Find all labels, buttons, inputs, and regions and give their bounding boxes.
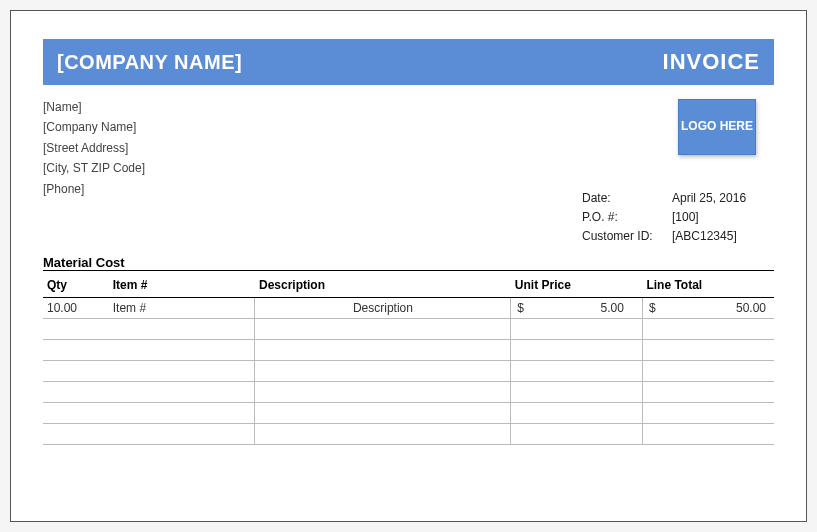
table-row <box>43 423 774 444</box>
meta-customer-value: [ABC12345] <box>672 227 762 246</box>
cell-qty <box>43 402 109 423</box>
cell-description <box>255 402 511 423</box>
material-table: Qty Item # Description Unit Price Line T… <box>43 274 774 445</box>
document-title: INVOICE <box>663 49 760 75</box>
cell-qty <box>43 339 109 360</box>
cell-item <box>109 402 255 423</box>
header-line-total: Line Total <box>642 274 774 298</box>
cell-item <box>109 381 255 402</box>
table-row <box>43 381 774 402</box>
cell-description <box>255 360 511 381</box>
header-item: Item # <box>109 274 255 298</box>
cell-qty <box>43 423 109 444</box>
table-row <box>43 339 774 360</box>
header-bar: [COMPANY NAME] INVOICE <box>43 39 774 85</box>
cell-description <box>255 423 511 444</box>
cell-line-total <box>642 381 774 402</box>
cell-item <box>109 423 255 444</box>
meta-date-label: Date: <box>582 189 672 208</box>
cell-line-total <box>642 423 774 444</box>
cell-unit-price: $5.00 <box>511 297 643 318</box>
meta-po-row: P.O. #: [100] <box>582 208 762 227</box>
meta-customer-label: Customer ID: <box>582 227 672 246</box>
cell-qty <box>43 318 109 339</box>
billto-street: [Street Address] <box>43 138 774 158</box>
header-unit-price: Unit Price <box>511 274 643 298</box>
meta-date-row: Date: April 25, 2016 <box>582 189 762 208</box>
cell-line-total <box>642 318 774 339</box>
cell-qty <box>43 360 109 381</box>
invoice-page: [COMPANY NAME] INVOICE [Name] [Company N… <box>10 10 807 522</box>
cell-qty: 10.00 <box>43 297 109 318</box>
cell-unit-price <box>511 381 643 402</box>
cell-description <box>255 381 511 402</box>
table-row: 10.00Item #Description$5.00$50.00 <box>43 297 774 318</box>
billto-name: [Name] <box>43 97 774 117</box>
cell-line-total <box>642 360 774 381</box>
billto-company: [Company Name] <box>43 117 774 137</box>
cell-item <box>109 360 255 381</box>
cell-unit-price <box>511 402 643 423</box>
cell-unit-price <box>511 318 643 339</box>
invoice-meta: Date: April 25, 2016 P.O. #: [100] Custo… <box>582 189 762 247</box>
cell-item: Item # <box>109 297 255 318</box>
cell-unit-price <box>511 423 643 444</box>
cell-item <box>109 339 255 360</box>
logo-text: LOGO HERE <box>681 119 753 135</box>
cell-description: Description <box>255 297 511 318</box>
table-row <box>43 318 774 339</box>
cell-description <box>255 339 511 360</box>
cell-qty <box>43 381 109 402</box>
table-header-row: Qty Item # Description Unit Price Line T… <box>43 274 774 298</box>
cell-unit-price <box>511 339 643 360</box>
header-description: Description <box>255 274 511 298</box>
header-qty: Qty <box>43 274 109 298</box>
meta-po-value: [100] <box>672 208 762 227</box>
cell-line-total <box>642 339 774 360</box>
meta-customer-row: Customer ID: [ABC12345] <box>582 227 762 246</box>
cell-line-total <box>642 402 774 423</box>
cell-line-total: $50.00 <box>642 297 774 318</box>
material-cost-title: Material Cost <box>43 255 774 271</box>
bill-to-block: [Name] [Company Name] [Street Address] [… <box>43 97 774 199</box>
meta-po-label: P.O. #: <box>582 208 672 227</box>
logo-placeholder: LOGO HERE <box>678 99 756 155</box>
cell-unit-price <box>511 360 643 381</box>
cell-item <box>109 318 255 339</box>
meta-date-value: April 25, 2016 <box>672 189 762 208</box>
company-name-placeholder: [COMPANY NAME] <box>57 51 242 74</box>
table-row <box>43 402 774 423</box>
billto-city-state-zip: [City, ST ZIP Code] <box>43 158 774 178</box>
cell-description <box>255 318 511 339</box>
table-row <box>43 360 774 381</box>
